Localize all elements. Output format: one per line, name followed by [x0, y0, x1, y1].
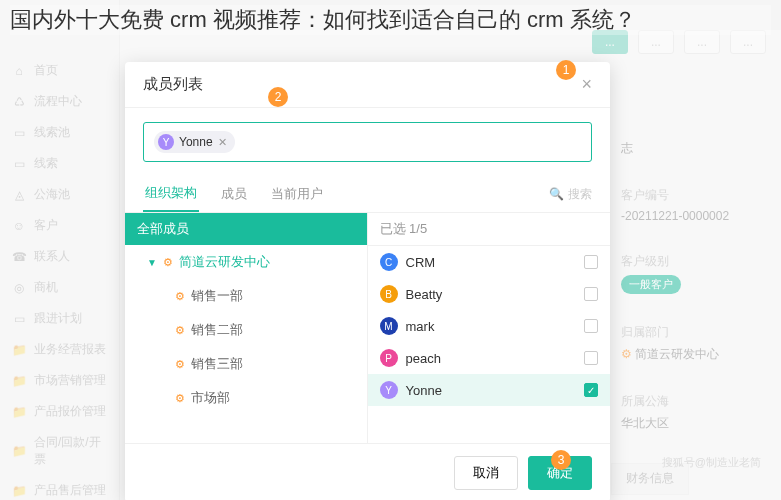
- member-row[interactable]: CCRM: [368, 246, 611, 278]
- chip-name: Yonne: [179, 135, 213, 149]
- sidebar-label: 客户: [34, 217, 58, 234]
- org-icon: ⚙: [175, 358, 185, 371]
- sidebar-item-quote[interactable]: 📁产品报价管理: [0, 396, 119, 427]
- customer-level-label: 客户级别: [621, 253, 771, 270]
- sea-icon: ◬: [12, 188, 26, 202]
- member-name: Beatty: [406, 287, 443, 302]
- sidebar-item-home[interactable]: ⌂首页: [0, 55, 119, 86]
- customer-level-badge: 一般客户: [621, 275, 681, 294]
- sidebar-label: 流程中心: [34, 93, 82, 110]
- sidebar-label: 市场营销管理: [34, 372, 106, 389]
- tab-members[interactable]: 成员: [219, 177, 249, 211]
- home-icon: ⌂: [12, 64, 26, 78]
- org-icon: ⚙: [175, 324, 185, 337]
- customer-id-value: -20211221-0000002: [621, 209, 771, 223]
- sidebar-item-aftersales[interactable]: 📁产品售后管理: [0, 475, 119, 500]
- sidebar-item-sea[interactable]: ◬公海池: [0, 179, 119, 210]
- member-checkbox[interactable]: [584, 287, 598, 301]
- pool-icon: ▭: [12, 126, 26, 140]
- sidebar-label: 业务经营报表: [34, 341, 106, 358]
- customer-id-label: 客户编号: [621, 187, 771, 204]
- tree-root[interactable]: 全部成员: [125, 213, 367, 245]
- detail-panel: 志 客户编号-20211221-0000002 客户级别一般客户 归属部门⚙ 简…: [621, 140, 771, 462]
- member-row[interactable]: Mmark: [368, 310, 611, 342]
- callout-1: 1: [556, 60, 576, 80]
- flow-icon: ♺: [12, 95, 26, 109]
- tab-current-user[interactable]: 当前用户: [269, 177, 325, 211]
- member-selector-modal: 成员列表 × Y Yonne ✕ 组织架构 成员 当前用户 🔍 搜索 全部成员 …: [125, 62, 610, 500]
- tree-node-dept[interactable]: ⚙销售二部: [125, 313, 367, 347]
- avatar-icon: Y: [380, 381, 398, 399]
- member-row[interactable]: BBeatty: [368, 278, 611, 310]
- sidebar-label: 线索池: [34, 124, 70, 141]
- member-row[interactable]: YYonne✓: [368, 374, 611, 406]
- folder-icon: 📁: [12, 343, 26, 357]
- avatar-icon: B: [380, 285, 398, 303]
- org-icon: ⚙: [175, 392, 185, 405]
- sidebar-label: 联系人: [34, 248, 70, 265]
- member-checkbox[interactable]: ✓: [584, 383, 598, 397]
- member-row[interactable]: Ppeach: [368, 342, 611, 374]
- remove-chip-icon[interactable]: ✕: [218, 136, 227, 149]
- search-input[interactable]: 🔍 搜索: [549, 186, 592, 203]
- avatar-icon: C: [380, 253, 398, 271]
- sidebar-item-contact[interactable]: ☎联系人: [0, 241, 119, 272]
- tree-node-dept[interactable]: ⚙销售一部: [125, 279, 367, 313]
- org-icon: ⚙: [163, 256, 173, 269]
- callout-3: 3: [551, 450, 571, 470]
- avatar-icon: P: [380, 349, 398, 367]
- sidebar-label: 线索: [34, 155, 58, 172]
- sidebar-item-follow[interactable]: ▭跟进计划: [0, 303, 119, 334]
- org-icon: ⚙: [175, 290, 185, 303]
- sidebar-item-lead[interactable]: ▭线索: [0, 148, 119, 179]
- sidebar-item-opp[interactable]: ◎商机: [0, 272, 119, 303]
- sea-label: 所属公海: [621, 393, 771, 410]
- folder-icon: 📁: [12, 405, 26, 419]
- search-placeholder: 搜索: [568, 186, 592, 203]
- modal-header: 成员列表 ×: [125, 62, 610, 108]
- close-icon[interactable]: ×: [581, 74, 592, 95]
- selected-count-header: 已选 1/5: [368, 213, 611, 246]
- sidebar-item-report[interactable]: 📁业务经营报表: [0, 334, 119, 365]
- avatar-icon: M: [380, 317, 398, 335]
- tree-node-dept[interactable]: ⚙销售三部: [125, 347, 367, 381]
- org-tree-panel: 全部成员 ▼⚙简道云研发中心 ⚙销售一部 ⚙销售二部 ⚙销售三部 ⚙市场部: [125, 213, 368, 443]
- member-checkbox[interactable]: [584, 255, 598, 269]
- sidebar-item-marketing[interactable]: 📁市场营销管理: [0, 365, 119, 396]
- selected-chips-area[interactable]: Y Yonne ✕: [143, 122, 592, 162]
- tree-node-org[interactable]: ▼⚙简道云研发中心: [125, 245, 367, 279]
- contact-icon: ☎: [12, 250, 26, 264]
- folder-icon: 📁: [12, 484, 26, 498]
- opp-icon: ◎: [12, 281, 26, 295]
- sidebar-item-flow[interactable]: ♺流程中心: [0, 86, 119, 117]
- cancel-button[interactable]: 取消: [454, 456, 518, 490]
- member-checkbox[interactable]: [584, 319, 598, 333]
- sidebar-label: 公海池: [34, 186, 70, 203]
- sidebar-item-contract[interactable]: 📁合同/回款/开票: [0, 427, 119, 475]
- sidebar-label: 商机: [34, 279, 58, 296]
- member-name: CRM: [406, 255, 436, 270]
- member-name: mark: [406, 319, 435, 334]
- log-label: 志: [621, 140, 771, 157]
- tree-node-dept[interactable]: ⚙市场部: [125, 381, 367, 415]
- dept-label: 归属部门: [621, 324, 771, 341]
- follow-icon: ▭: [12, 312, 26, 326]
- sidebar-label: 合同/回款/开票: [34, 434, 107, 468]
- sidebar-label: 跟进计划: [34, 310, 82, 327]
- customer-icon: ☺: [12, 219, 26, 233]
- member-name: peach: [406, 351, 441, 366]
- modal-body: 全部成员 ▼⚙简道云研发中心 ⚙销售一部 ⚙销售二部 ⚙销售三部 ⚙市场部 已选…: [125, 213, 610, 443]
- modal-tabs: 组织架构 成员 当前用户 🔍 搜索: [125, 176, 610, 213]
- avatar-icon: Y: [158, 134, 174, 150]
- member-checkbox[interactable]: [584, 351, 598, 365]
- tab-org[interactable]: 组织架构: [143, 176, 199, 212]
- sea-value: 华北大区: [621, 415, 771, 432]
- modal-title: 成员列表: [143, 75, 203, 94]
- search-icon: 🔍: [549, 187, 564, 201]
- sidebar-item-leadpool[interactable]: ▭线索池: [0, 117, 119, 148]
- dept-value: ⚙ 简道云研发中心: [621, 346, 771, 363]
- sidebar-item-customer[interactable]: ☺客户: [0, 210, 119, 241]
- member-name: Yonne: [406, 383, 442, 398]
- member-chip[interactable]: Y Yonne ✕: [154, 131, 235, 153]
- page-title: 国内外十大免费 crm 视频推荐：如何找到适合自己的 crm 系统？: [10, 5, 771, 35]
